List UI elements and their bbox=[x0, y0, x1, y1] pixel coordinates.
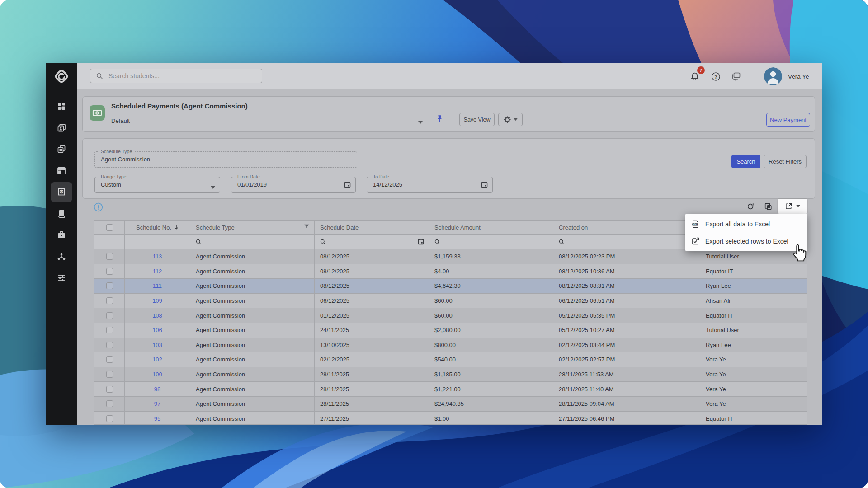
cell-created-by: Ahsan Ali bbox=[700, 294, 807, 308]
table-row[interactable]: 109 Agent Commission 06/12/2025 $60.00 0… bbox=[94, 294, 807, 309]
search-filters-button[interactable]: Search bbox=[731, 155, 760, 168]
table-row[interactable]: 113 Agent Commission 08/12/2025 $1,159.3… bbox=[94, 249, 807, 264]
column-header-schedule-amount[interactable]: Schedule Amount bbox=[429, 221, 553, 234]
row-checkbox[interactable] bbox=[94, 249, 125, 264]
export-button[interactable] bbox=[778, 199, 807, 214]
cell-schedule-amount: $60.00 bbox=[429, 308, 553, 323]
column-header-schedule-no[interactable]: Schedule No. bbox=[125, 221, 190, 234]
cell-created-on: 02/12/2025 03:44 PM bbox=[553, 338, 700, 352]
view-select[interactable]: Default bbox=[111, 115, 429, 128]
table-row[interactable]: 103 Agent Commission 13/10/2025 $800.00 … bbox=[94, 338, 807, 353]
user-name[interactable]: Vera Ye bbox=[788, 73, 809, 80]
column-header-schedule-date[interactable]: Schedule Date bbox=[315, 221, 429, 234]
filter-schedule-type[interactable] bbox=[190, 235, 315, 249]
column-header-created-on[interactable]: Created on bbox=[553, 221, 700, 234]
row-checkbox[interactable] bbox=[94, 294, 125, 308]
row-checkbox[interactable] bbox=[94, 308, 125, 323]
app-logo[interactable] bbox=[46, 63, 77, 89]
row-checkbox[interactable] bbox=[94, 279, 125, 293]
copy-button[interactable] bbox=[760, 199, 776, 214]
avatar[interactable] bbox=[764, 67, 782, 85]
row-checkbox[interactable] bbox=[94, 352, 125, 367]
page-header-card: Scheduled Payments (Agent Commission) De… bbox=[82, 96, 815, 132]
table-row[interactable]: 98 Agent Commission 28/11/2025 $1,221.00… bbox=[94, 382, 807, 397]
sidebar-item-ledger[interactable] bbox=[46, 205, 77, 223]
reset-filters-button[interactable]: Reset Filters bbox=[764, 155, 807, 168]
table-row[interactable]: 112 Agent Commission 08/12/2025 $4.00 08… bbox=[94, 264, 807, 279]
search-input[interactable]: Search students... bbox=[90, 69, 262, 83]
filter-schedule-date[interactable] bbox=[315, 235, 429, 249]
cell-schedule-no[interactable]: 102 bbox=[125, 352, 190, 367]
search-icon bbox=[96, 73, 103, 80]
calendar-icon[interactable] bbox=[344, 181, 351, 190]
table-row[interactable]: 100 Agent Commission 28/11/2025 $1,185.0… bbox=[94, 367, 807, 382]
copy-icon bbox=[764, 202, 772, 211]
cell-schedule-no[interactable]: 103 bbox=[125, 338, 190, 352]
sidebar-item-layout[interactable] bbox=[46, 162, 77, 180]
filter-schedule-amount[interactable] bbox=[429, 235, 553, 249]
pin-view-button[interactable] bbox=[436, 115, 443, 125]
chevron-down-icon bbox=[211, 183, 215, 191]
table-row[interactable]: 106 Agent Commission 24/11/2025 $2,080.0… bbox=[94, 323, 807, 338]
cell-schedule-no[interactable]: 108 bbox=[125, 308, 190, 323]
info-icon[interactable] bbox=[94, 202, 103, 212]
export-menu: xlsx Export all data to Excel Export sel… bbox=[685, 214, 807, 251]
cell-schedule-no[interactable]: 95 bbox=[125, 412, 190, 425]
save-view-button[interactable]: Save View bbox=[459, 113, 495, 126]
row-checkbox[interactable] bbox=[94, 382, 125, 396]
sidebar-item-network[interactable] bbox=[46, 248, 77, 266]
sidebar-item-settings[interactable] bbox=[46, 269, 77, 287]
export-selected-icon bbox=[691, 237, 699, 245]
payments-icon: $ bbox=[57, 188, 66, 197]
sidebar-item-payments[interactable]: $ bbox=[46, 183, 77, 201]
cell-created-on: 28/11/2025 11:40 AM bbox=[553, 382, 700, 396]
row-checkbox[interactable] bbox=[94, 338, 125, 352]
sidebar-item-dashboard[interactable] bbox=[46, 97, 77, 115]
sidebar-item-briefcase[interactable] bbox=[46, 226, 77, 244]
cell-created-on: 08/12/2025 02:23 PM bbox=[553, 249, 700, 264]
row-checkbox[interactable] bbox=[94, 264, 125, 279]
cell-created-on: 05/12/2025 05:35 PM bbox=[553, 308, 700, 323]
table-row[interactable]: 102 Agent Commission 02/12/2025 $540.00 … bbox=[94, 352, 807, 367]
cell-schedule-no[interactable]: 109 bbox=[125, 294, 190, 308]
table-row[interactable]: 108 Agent Commission 01/12/2025 $60.00 0… bbox=[94, 308, 807, 323]
cell-schedule-no[interactable]: 113 bbox=[125, 249, 190, 264]
sidebar-item-contacts[interactable] bbox=[46, 119, 77, 137]
layout-icon bbox=[57, 166, 66, 175]
menu-item-export-all[interactable]: xlsx Export all data to Excel bbox=[685, 216, 807, 233]
cell-created-by: Equator IT bbox=[700, 308, 807, 323]
cell-schedule-date: 24/11/2025 bbox=[315, 323, 429, 338]
cell-schedule-amount: $1,159.33 bbox=[429, 249, 553, 264]
cell-schedule-no[interactable]: 97 bbox=[125, 397, 190, 411]
cell-schedule-no[interactable]: 100 bbox=[125, 367, 190, 382]
calendar-icon[interactable] bbox=[481, 181, 488, 190]
row-checkbox[interactable] bbox=[94, 397, 125, 411]
cell-schedule-no[interactable]: 112 bbox=[125, 264, 190, 279]
refresh-button[interactable] bbox=[742, 199, 759, 214]
cell-created-by: Equator IT bbox=[700, 412, 807, 425]
table-row[interactable]: 111 Agent Commission 08/12/2025 $4,642.3… bbox=[94, 279, 807, 294]
row-checkbox[interactable] bbox=[94, 412, 125, 425]
table-row[interactable]: 97 Agent Commission 28/11/2025 $24,940.8… bbox=[94, 397, 807, 412]
select-all-checkbox[interactable] bbox=[94, 221, 125, 234]
cell-schedule-no[interactable]: 98 bbox=[125, 382, 190, 396]
chat-icon bbox=[731, 72, 741, 81]
table-row[interactable]: 95 Agent Commission 27/11/2025 $1.00 27/… bbox=[94, 412, 807, 425]
cell-schedule-no[interactable]: 111 bbox=[125, 279, 190, 293]
row-checkbox[interactable] bbox=[94, 323, 125, 338]
filter-created-on[interactable] bbox=[553, 235, 700, 249]
from-date-input[interactable]: From Date 01/01/2019 bbox=[231, 177, 356, 193]
column-header-schedule-type[interactable]: Schedule Type bbox=[190, 221, 315, 234]
view-settings-button[interactable] bbox=[498, 113, 523, 126]
schedule-type-filter[interactable]: Schedule Type Agent Commission bbox=[94, 151, 357, 168]
new-payment-button[interactable]: New Payment bbox=[766, 113, 810, 127]
menu-item-export-selected[interactable]: Export selected rows to Excel bbox=[685, 233, 807, 250]
help-button[interactable]: ? bbox=[709, 70, 722, 83]
sidebar-item-documents[interactable] bbox=[46, 140, 77, 158]
cell-schedule-no[interactable]: 106 bbox=[125, 323, 190, 338]
to-date-input[interactable]: To Date 14/12/2025 bbox=[367, 177, 493, 193]
chat-button[interactable] bbox=[729, 70, 743, 83]
cell-schedule-amount: $60.00 bbox=[429, 294, 553, 308]
range-type-select[interactable]: Range Type Custom bbox=[94, 177, 220, 193]
row-checkbox[interactable] bbox=[94, 367, 125, 382]
